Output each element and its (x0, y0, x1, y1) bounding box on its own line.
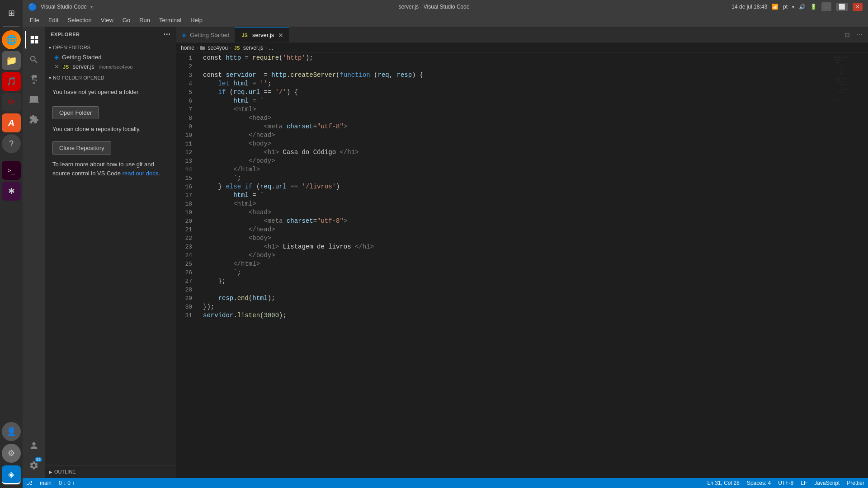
code-line-1: const http = require('http'); (203, 54, 832, 62)
close-button[interactable]: ✕ (853, 3, 863, 11)
person-icon[interactable]: 👤 (2, 422, 21, 441)
music-icon[interactable]: 🎵 (2, 72, 21, 91)
network-icon: 📶 (772, 4, 778, 10)
formatter[interactable]: Prettier (847, 480, 864, 486)
open-folder-button[interactable]: Open Folder (52, 106, 99, 119)
vscode-icon-1: ◈ (54, 53, 59, 61)
code-editor[interactable]: 1234567891011121314151617181920212223242… (176, 53, 868, 478)
code-line-25: </html> (203, 260, 832, 268)
encoding[interactable]: UTF-8 (778, 480, 793, 486)
breadcrumb-serverjs[interactable]: server.js (243, 45, 264, 51)
explorer-icon[interactable] (25, 31, 43, 49)
code-line-23: <h1> Listagem de livros </h1> (203, 243, 832, 251)
app-logo: 🔵 (28, 3, 37, 11)
run-debug-icon[interactable] (25, 90, 43, 108)
minimap-content: const http = require const servidor = ht… (832, 53, 868, 105)
menu-view[interactable]: View (97, 15, 117, 25)
breadcrumb-more[interactable]: ... (269, 45, 273, 51)
breadcrumb-sep2: › (230, 45, 231, 51)
close-serverjs-icon[interactable]: ✕ (54, 63, 59, 70)
code-line-13: </body> (203, 157, 832, 165)
git-branch-name[interactable]: main (40, 480, 52, 486)
breadcrumb-file: JS server.js (233, 45, 263, 51)
no-folder-message: You have not yet opened a folder. (52, 89, 140, 95)
minimize-button[interactable]: ─ (821, 2, 831, 11)
code-line-18: <html> (203, 200, 832, 208)
volume-icon[interactable]: 🔊 (799, 4, 806, 10)
code-line-29: resp.end(html); (203, 294, 832, 303)
language-arrow: ▾ (792, 5, 794, 9)
code-line-19: <head> (203, 208, 832, 217)
code-line-7: <html> (203, 105, 832, 114)
code-content[interactable]: const http = require('http'); const serv… (197, 53, 832, 478)
tab-serverjs[interactable]: JS server.js ✕ (235, 27, 289, 42)
breadcrumb-folder: sec4you (200, 45, 228, 51)
js-icon-1: JS (62, 64, 70, 70)
minimap: const http = require const servidor = ht… (832, 53, 868, 478)
tab-label-getting-started: Getting Started (190, 32, 229, 38)
tab-close-serverjs[interactable]: ✕ (278, 32, 283, 39)
code-line-12: <h1> Casa do Código </h1> (203, 148, 832, 157)
menu-file[interactable]: File (26, 15, 43, 25)
settings-badge: 58 (35, 457, 42, 462)
tab-label-serverjs: server.js (252, 32, 274, 38)
status-bar: ⎇ main 0 ↓ 0 ↑ Ln 31, Col 28 Spaces: 4 U… (23, 478, 868, 488)
tab-getting-started[interactable]: ◈ Getting Started (176, 27, 235, 42)
account-icon[interactable] (25, 436, 43, 455)
breadcrumb: home › sec4you › JS server.js › ... (176, 43, 868, 53)
editor-item-getting-started[interactable]: ◈ Getting Started (45, 52, 176, 62)
outline-toggle[interactable]: ▶ OUTLINE (45, 467, 176, 476)
sidebar: EXPLORER ⋯ ▾ OPEN EDITORS ◈ Getting Star… (45, 27, 176, 478)
editor-item-serverjs[interactable]: ✕ JS server.js /home/sec4you (45, 62, 176, 71)
code-line-24: </body> (203, 251, 832, 260)
help-icon[interactable]: ? (2, 134, 21, 153)
editor-path-serverjs: /home/sec4you (99, 64, 133, 70)
files-icon[interactable]: 📁 (2, 51, 21, 70)
menu-go[interactable]: Go (119, 15, 134, 25)
ubuntu-software-icon[interactable]: A (2, 113, 21, 132)
read-docs-link[interactable]: read our docs (123, 170, 159, 177)
sync-status[interactable]: 0 ↓ 0 ↑ (59, 480, 75, 486)
settings2-icon[interactable]: ⚙ (2, 444, 21, 463)
open-editors-section: ▾ OPEN EDITORS ◈ Getting Started ✕ JS se… (45, 41, 176, 73)
menu-terminal[interactable]: Terminal (156, 15, 185, 25)
vscode-taskbar-icon[interactable]: ◈ (2, 465, 21, 484)
more-actions-tab-icon[interactable]: ⋯ (854, 30, 864, 39)
outline-section: ▶ OUTLINE (45, 465, 176, 478)
language-mode[interactable]: JavaScript (814, 480, 840, 486)
top-bar-right: 14 de jul 18:43 📶 pt ▾ 🔊 🔋 ─ ⬜ ✕ (731, 2, 863, 11)
open-editors-toggle[interactable]: ▾ OPEN EDITORS (45, 43, 176, 52)
outline-label: OUTLINE (54, 469, 76, 474)
menu-edit[interactable]: Edit (45, 15, 62, 25)
source-icon[interactable]: ⟳ (2, 93, 21, 112)
sidebar-more-actions[interactable]: ⋯ (163, 30, 171, 38)
split-editor-icon[interactable]: ⊟ (843, 30, 852, 39)
terminal-icon[interactable]: >_ (2, 161, 21, 180)
source-control-icon[interactable] (25, 70, 43, 89)
search-icon[interactable] (25, 51, 43, 69)
extensions-icon[interactable] (25, 110, 43, 128)
maximize-button[interactable]: ⬜ (836, 3, 848, 11)
menu-run[interactable]: Run (136, 15, 154, 25)
menu-selection[interactable]: Selection (64, 15, 95, 25)
firefox-icon[interactable]: 🌐 (2, 30, 21, 49)
line-endings[interactable]: LF (801, 480, 807, 486)
line-numbers: 1234567891011121314151617181920212223242… (176, 53, 197, 478)
code-line-26: `; (203, 268, 832, 277)
apps-icon[interactable]: ⊞ (2, 4, 21, 23)
breadcrumb-home[interactable]: home (181, 45, 194, 51)
indentation[interactable]: Spaces: 4 (747, 480, 771, 486)
no-folder-toggle[interactable]: ▾ NO FOLDER OPENED (45, 73, 176, 82)
code-line-10: </head> (203, 131, 832, 140)
settings-icon[interactable]: 58 (25, 456, 43, 474)
clone-repository-button[interactable]: Clone Repository (52, 141, 111, 155)
code-line-9: <meta charset="utf-8"> (203, 122, 832, 131)
breadcrumb-sec4you[interactable]: sec4you (208, 45, 228, 51)
sidebar-header: EXPLORER ⋯ (45, 27, 176, 41)
menu-help[interactable]: Help (187, 15, 206, 25)
top-bar-left: 🔵 Visual Studio Code ▾ (28, 3, 93, 11)
cursor-position[interactable]: Ln 31, Col 28 (708, 480, 740, 486)
code-line-27: }; (203, 277, 832, 286)
git-help-text: To learn more about how to use git and s… (45, 158, 176, 184)
slack-icon[interactable]: ✱ (2, 182, 21, 201)
